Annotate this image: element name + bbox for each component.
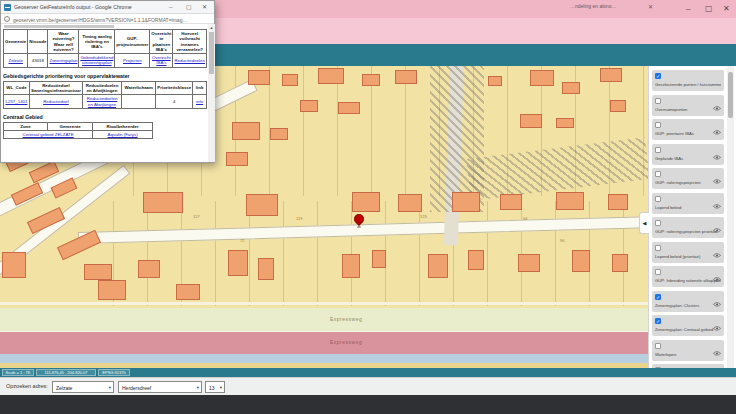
popup-scrollbar[interactable]: ▲ (208, 24, 215, 162)
legend-item[interactable]: ✓Geselecteerde punten / huisnummers (652, 70, 724, 91)
link-centraal-gebied[interactable]: Centraal gebied ZELZATE (23, 132, 74, 137)
table-row: L237_1401 Reductiedoel Reductiedoelen en… (4, 95, 207, 109)
parcel-number: 72 (240, 238, 244, 243)
parcel-number: 117 (193, 214, 199, 219)
eye-icon[interactable] (713, 170, 721, 176)
checkbox[interactable] (655, 171, 661, 177)
checkbox[interactable] (655, 343, 661, 349)
legend-item[interactable]: Lopend beleid (prioritair) (652, 242, 724, 263)
checkbox[interactable] (655, 98, 661, 104)
parcel-number: 123 (420, 214, 427, 219)
legend-item[interactable]: Overnamepunten (652, 95, 724, 116)
eye-icon[interactable] (713, 268, 721, 274)
scroll-up-icon[interactable]: ▲ (210, 25, 214, 30)
scrollbar-thumb[interactable] (728, 72, 733, 118)
eye-icon[interactable] (713, 219, 721, 225)
window-maximize-button[interactable]: ▢ (705, 4, 713, 14)
marker-shadow (357, 226, 361, 228)
eye-icon[interactable] (713, 146, 721, 152)
centraal-gebied-table: Zone Gemeente Rioolbeheerder Centraal ge… (3, 122, 153, 140)
window-close-button[interactable]: ✕ (723, 4, 730, 14)
eye-icon[interactable] (713, 293, 721, 299)
house-number-select[interactable]: 13 ▾ (205, 381, 225, 393)
legend-scrollbar[interactable] (727, 66, 734, 368)
street-select[interactable]: Herdersdreef ▾ (118, 381, 202, 393)
street-label: Expressweg (330, 316, 362, 322)
legend-item[interactable]: Geplande IBAs (652, 144, 724, 165)
checkbox-checked[interactable]: ✓ (655, 294, 661, 300)
link-gemeente[interactable]: Zelzate (8, 58, 22, 63)
link-overzicht-ibas[interactable]: Overzicht IBA's (152, 55, 171, 65)
section-title: Centraal Gebied (3, 114, 207, 120)
eye-icon[interactable] (713, 317, 721, 323)
chevron-down-icon: ▾ (109, 385, 111, 390)
eye-icon[interactable] (713, 97, 721, 103)
legend-item[interactable]: GUP: prioritaire IBAs (652, 119, 724, 140)
background-tab-title[interactable]: …ndeling en alsno… (570, 3, 616, 9)
address-search-row: Opzoeken adres: Zelzate ▾ Herdersdreef ▾… (0, 377, 736, 395)
link-rioolbeheerder[interactable]: Aquafin (Farys) (108, 132, 138, 137)
link-uitvoeringsplan[interactable]: Gebiedsdekkend uitvoeringsplan (80, 55, 113, 65)
parcel-number: 119 (296, 216, 302, 221)
table-header-row: Zone Gemeente Rioolbeheerder (4, 122, 153, 130)
eye-icon[interactable] (713, 195, 721, 201)
checkbox[interactable] (655, 245, 661, 251)
scrollbar-thumb[interactable] (209, 32, 214, 74)
checkbox-checked[interactable]: ✓ (655, 318, 661, 324)
popup-url-bar[interactable]: i geoserver.vmm.be/geoserver/HDGS/wms?VE… (1, 14, 214, 24)
chevron-down-icon: ▾ (220, 385, 222, 390)
popup-title-bar[interactable]: Geoserver GetFeatureInfo output - Google… (1, 1, 214, 14)
legend-item[interactable]: GUP: rioleringsprojecten prioritair (652, 217, 724, 238)
checkbox-checked[interactable]: ✓ (655, 73, 661, 79)
legend-item[interactable]: GUP: Inbreiding rationele afkoppeling (652, 266, 724, 287)
address-search-label: Opzoeken adres: (6, 383, 48, 389)
checkbox[interactable] (655, 269, 661, 275)
popup-minimize-button[interactable]: – (169, 4, 172, 11)
checkbox[interactable] (655, 122, 661, 128)
zonering-table: Gemeente Niscode Waar zuivering? Waar ze… (3, 29, 207, 68)
popup-url: geoserver.vmm.be/geoserver/HDGS/wms?VERS… (13, 17, 187, 23)
zone-band-blue (0, 354, 648, 363)
link-reductiedoelen[interactable]: Reductiedoelen (174, 58, 205, 63)
tab-close-icon[interactable]: ✕ (648, 3, 653, 10)
municipality-select[interactable]: Zelzate ▾ (52, 381, 114, 393)
road (0, 302, 648, 305)
parcel-number: 64 (523, 216, 527, 221)
clipped-content (4, 25, 114, 28)
link-afwijkingen[interactable]: Reductiedoelen en Afwijkingen (87, 96, 118, 106)
checkbox[interactable] (655, 220, 661, 226)
legend-item[interactable]: Lopend beleid (652, 193, 724, 214)
prioritering-table: WL_Code Reductiedoel Saneringsinfrastruc… (3, 81, 207, 109)
eye-icon[interactable] (713, 342, 721, 348)
legend-item[interactable]: Waterlopen (652, 340, 724, 361)
panel-collapse-handle[interactable]: ◀ (639, 212, 649, 234)
link-reductiedoel[interactable]: Reductiedoel (43, 99, 69, 104)
legend-panel: ✓Geselecteerde punten / huisnummers Over… (648, 66, 736, 368)
checkbox[interactable] (655, 147, 661, 153)
eye-icon[interactable] (713, 121, 721, 127)
legend-item[interactable]: ✓Zoneringsplan: Centraal gebied (652, 315, 724, 336)
legend-item[interactable]: GUP: rioleringsprojecten (652, 168, 724, 189)
window-minimize-button[interactable]: – (686, 4, 690, 14)
popup-maximize-button[interactable]: ▢ (186, 4, 192, 11)
getfeatureinfo-popup: Geoserver GetFeatureInfo output - Google… (0, 0, 215, 163)
zone-band-pale (0, 308, 648, 331)
info-icon[interactable]: i (4, 16, 10, 22)
zone-band-pink (0, 331, 648, 354)
link-zoneringsplan[interactable]: Zoneringsplan (50, 58, 78, 63)
checkbox[interactable] (655, 196, 661, 202)
windows-taskbar: N N ✎ 14:33 10/10/2024 (0, 395, 736, 414)
chevron-down-icon: ▾ (197, 385, 199, 390)
map-status-bar: Scale = 1 : 7K 111.876,45 , 204.820,07 E… (0, 368, 736, 377)
coordinates-indicator: 111.876,45 , 204.820,07 (36, 369, 96, 376)
popup-content: Gemeente Niscode Waar zuivering? Waar ze… (3, 29, 207, 139)
popup-close-button[interactable]: ✕ (202, 4, 207, 11)
link-projecten[interactable]: Projecten (123, 58, 142, 63)
link-wl-code[interactable]: L237_1401 (5, 99, 27, 104)
legend-item[interactable]: ✓Zoneringsplan: Clusters (652, 291, 724, 312)
screen: …ndeling en alsno… ✕ – ▢ ✕ ★ ⋮ Meldingen… (0, 0, 736, 414)
link-info[interactable]: info (196, 99, 203, 104)
section-title: Gebiedsgerichte prioritering voor opperv… (3, 73, 207, 79)
popup-title: Geoserver GetFeatureInfo output - Google… (14, 4, 132, 10)
eye-icon[interactable] (713, 244, 721, 250)
